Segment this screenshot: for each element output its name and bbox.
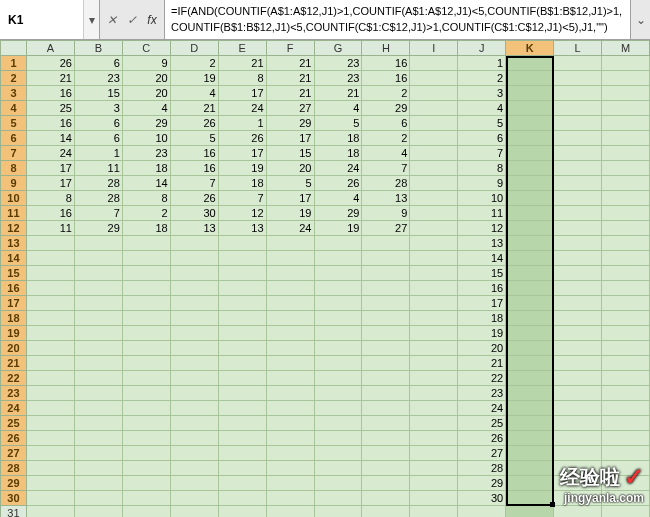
cell[interactable] — [362, 386, 410, 401]
cell[interactable]: 28 — [458, 461, 506, 476]
cell[interactable] — [554, 386, 602, 401]
row-header[interactable]: 16 — [1, 281, 27, 296]
cell[interactable] — [218, 401, 266, 416]
cell[interactable] — [601, 86, 649, 101]
cell[interactable]: 14 — [122, 176, 170, 191]
cell[interactable] — [26, 506, 74, 518]
cell[interactable] — [554, 491, 602, 506]
row-header[interactable]: 29 — [1, 476, 27, 491]
cell[interactable] — [74, 296, 122, 311]
col-header-K[interactable]: K — [506, 41, 554, 56]
cell[interactable] — [266, 281, 314, 296]
cell[interactable] — [601, 221, 649, 236]
cell[interactable] — [554, 131, 602, 146]
col-header-H[interactable]: H — [362, 41, 410, 56]
cell[interactable] — [554, 356, 602, 371]
cell[interactable]: 7 — [170, 176, 218, 191]
cell[interactable] — [601, 446, 649, 461]
cell[interactable]: 12 — [458, 221, 506, 236]
cell[interactable] — [74, 371, 122, 386]
name-box-value[interactable]: K1 — [0, 11, 83, 29]
cell[interactable] — [170, 401, 218, 416]
cell[interactable]: 4 — [362, 146, 410, 161]
cell[interactable] — [74, 506, 122, 518]
cell[interactable]: 9 — [362, 206, 410, 221]
cell[interactable] — [410, 401, 458, 416]
cell[interactable] — [26, 236, 74, 251]
cell[interactable] — [170, 416, 218, 431]
cell[interactable] — [26, 356, 74, 371]
cell[interactable] — [122, 461, 170, 476]
cell[interactable] — [601, 431, 649, 446]
cell[interactable] — [506, 281, 554, 296]
cell[interactable] — [26, 446, 74, 461]
cell[interactable]: 11 — [458, 206, 506, 221]
cell[interactable] — [26, 401, 74, 416]
cell[interactable] — [410, 476, 458, 491]
cell[interactable]: 29 — [74, 221, 122, 236]
cell[interactable] — [554, 326, 602, 341]
cell[interactable]: 7 — [218, 191, 266, 206]
cell[interactable] — [314, 416, 362, 431]
cell[interactable] — [554, 431, 602, 446]
cell[interactable] — [266, 431, 314, 446]
col-header-G[interactable]: G — [314, 41, 362, 56]
cell[interactable]: 25 — [458, 416, 506, 431]
cell[interactable] — [362, 326, 410, 341]
cell[interactable]: 3 — [74, 101, 122, 116]
cell[interactable]: 17 — [266, 131, 314, 146]
cell[interactable] — [74, 251, 122, 266]
cell[interactable] — [601, 71, 649, 86]
cell[interactable] — [170, 326, 218, 341]
cell[interactable] — [218, 326, 266, 341]
row-header[interactable]: 14 — [1, 251, 27, 266]
cell[interactable] — [266, 386, 314, 401]
col-header-B[interactable]: B — [74, 41, 122, 56]
cell[interactable] — [601, 506, 649, 518]
cell[interactable] — [410, 266, 458, 281]
cell[interactable] — [554, 176, 602, 191]
cell[interactable] — [26, 416, 74, 431]
cell[interactable] — [601, 341, 649, 356]
cell[interactable] — [170, 431, 218, 446]
cell[interactable] — [266, 506, 314, 518]
row-header[interactable]: 5 — [1, 116, 27, 131]
cell[interactable] — [506, 326, 554, 341]
cell[interactable] — [170, 281, 218, 296]
cell[interactable] — [314, 266, 362, 281]
col-header-J[interactable]: J — [458, 41, 506, 56]
cell[interactable] — [410, 491, 458, 506]
cell[interactable] — [362, 266, 410, 281]
cell[interactable] — [601, 296, 649, 311]
cell[interactable] — [601, 176, 649, 191]
cell[interactable]: 17 — [26, 176, 74, 191]
cell[interactable] — [122, 506, 170, 518]
cell[interactable] — [601, 491, 649, 506]
cell[interactable] — [218, 281, 266, 296]
cell[interactable] — [314, 251, 362, 266]
cell[interactable] — [410, 296, 458, 311]
cell[interactable] — [362, 251, 410, 266]
cell[interactable] — [410, 161, 458, 176]
cell[interactable] — [506, 296, 554, 311]
cell[interactable] — [506, 221, 554, 236]
cell[interactable]: 15 — [266, 146, 314, 161]
cell[interactable]: 6 — [458, 131, 506, 146]
cell[interactable]: 27 — [458, 446, 506, 461]
cell[interactable]: 19 — [458, 326, 506, 341]
cell[interactable] — [554, 71, 602, 86]
cell[interactable] — [122, 341, 170, 356]
row-header[interactable]: 22 — [1, 371, 27, 386]
cell[interactable] — [554, 251, 602, 266]
cell[interactable] — [362, 416, 410, 431]
cell[interactable] — [601, 311, 649, 326]
cell[interactable] — [410, 506, 458, 518]
cell[interactable] — [362, 371, 410, 386]
cell[interactable] — [506, 161, 554, 176]
cell[interactable] — [170, 296, 218, 311]
cell[interactable] — [26, 251, 74, 266]
cell[interactable] — [314, 341, 362, 356]
cell[interactable]: 24 — [314, 161, 362, 176]
cell[interactable]: 5 — [314, 116, 362, 131]
row-header[interactable]: 10 — [1, 191, 27, 206]
